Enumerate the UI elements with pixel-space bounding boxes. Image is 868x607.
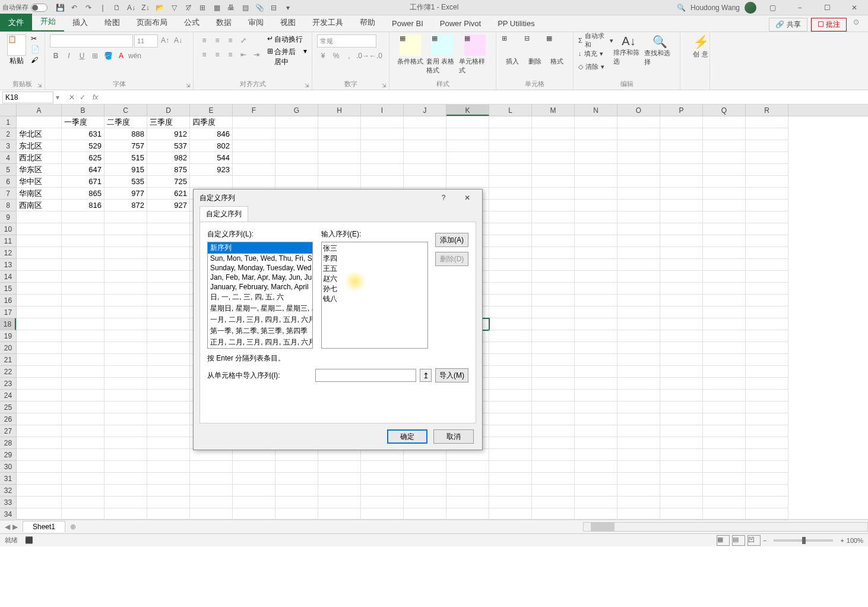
tab-view[interactable]: 视图 <box>272 14 304 31</box>
cell[interactable] <box>746 449 788 461</box>
cell[interactable] <box>62 342 104 354</box>
list-item[interactable]: 正月, 二月, 三月, 四月, 五月, 六月, <box>208 337 312 348</box>
col-header[interactable]: H <box>318 105 361 116</box>
font-color-icon[interactable]: A <box>115 50 127 62</box>
cell[interactable] <box>703 128 746 140</box>
cell[interactable] <box>446 164 489 176</box>
cell[interactable] <box>446 140 489 152</box>
cell[interactable] <box>575 366 617 378</box>
align-left-icon[interactable]: ≡ <box>198 49 210 61</box>
cell[interactable] <box>617 449 660 461</box>
cell[interactable] <box>660 425 703 437</box>
cell[interactable] <box>617 437 660 449</box>
cell[interactable] <box>446 116 489 128</box>
cell[interactable] <box>703 306 746 318</box>
tab-draw[interactable]: 绘图 <box>96 14 128 31</box>
cell[interactable] <box>660 164 703 176</box>
cell[interactable] <box>404 128 446 140</box>
cell[interactable] <box>532 437 575 449</box>
cell[interactable] <box>104 401 147 413</box>
cell[interactable] <box>104 318 147 330</box>
cell[interactable] <box>575 342 617 354</box>
row-header[interactable]: 20 <box>0 342 16 354</box>
cell[interactable] <box>703 318 746 330</box>
cell[interactable] <box>703 283 746 295</box>
cell[interactable] <box>318 449 361 461</box>
cell[interactable] <box>190 461 233 473</box>
cell[interactable] <box>147 449 190 461</box>
cell[interactable] <box>575 259 617 271</box>
cell[interactable] <box>575 425 617 437</box>
list-item[interactable]: 子, 丑, 寅, 卯, 辰, 巳, 午, 未, 申, 酉 <box>208 348 312 349</box>
cell[interactable] <box>703 473 746 485</box>
share-button[interactable]: 🔗 共享 <box>769 18 807 31</box>
cell[interactable] <box>361 164 404 176</box>
cell[interactable] <box>660 223 703 235</box>
cell[interactable]: 915 <box>104 164 147 176</box>
cell[interactable] <box>703 425 746 437</box>
cell[interactable] <box>703 247 746 259</box>
cell[interactable] <box>404 497 446 508</box>
row-header[interactable]: 14 <box>0 271 16 283</box>
cell[interactable]: 一季度 <box>62 116 104 128</box>
list-entries-textarea[interactable]: 张三李四王五赵六孙七钱八 <box>321 242 428 349</box>
cell[interactable]: 631 <box>62 128 104 140</box>
cell[interactable] <box>532 449 575 461</box>
cell[interactable] <box>660 318 703 330</box>
cell[interactable] <box>147 401 190 413</box>
paste-button[interactable]: 📋 粘贴 <box>5 34 28 66</box>
cell[interactable] <box>703 259 746 271</box>
list-item[interactable]: 第一季, 第二季, 第三季, 第四季 <box>208 325 312 337</box>
cell[interactable] <box>275 508 318 520</box>
cell[interactable] <box>446 128 489 140</box>
font-size-combo[interactable] <box>134 34 158 48</box>
cell[interactable] <box>617 211 660 223</box>
cell[interactable] <box>489 461 532 473</box>
cell[interactable] <box>575 330 617 342</box>
cell[interactable] <box>275 140 318 152</box>
cell[interactable]: 865 <box>62 188 104 200</box>
font-name-combo[interactable] <box>50 34 133 48</box>
cell[interactable] <box>617 485 660 497</box>
list-item[interactable]: 一月, 二月, 三月, 四月, 五月, 六月, <box>208 314 312 325</box>
cell[interactable] <box>660 354 703 366</box>
cell[interactable] <box>746 128 788 140</box>
cell[interactable] <box>104 508 147 520</box>
cell[interactable] <box>17 461 62 473</box>
cell[interactable] <box>17 211 62 223</box>
cell[interactable]: 东北区 <box>17 140 62 152</box>
cell[interactable] <box>660 378 703 390</box>
row-header[interactable]: 7 <box>0 188 16 200</box>
cell[interactable] <box>746 259 788 271</box>
cell[interactable] <box>660 306 703 318</box>
cell[interactable] <box>617 140 660 152</box>
cell[interactable] <box>660 485 703 497</box>
cell[interactable] <box>489 271 532 283</box>
cell[interactable] <box>617 318 660 330</box>
tab-page-layout[interactable]: 页面布局 <box>128 14 176 31</box>
cell[interactable] <box>62 295 104 306</box>
filter-icon[interactable]: ▽ <box>167 1 180 14</box>
cell[interactable] <box>17 378 62 390</box>
cancel-button[interactable]: 取消 <box>433 429 474 444</box>
cell[interactable] <box>17 235 62 247</box>
indent-inc-icon[interactable]: ⇥ <box>251 49 262 61</box>
cell[interactable] <box>489 437 532 449</box>
cell[interactable] <box>62 247 104 259</box>
cell[interactable] <box>489 354 532 366</box>
tab-next-icon[interactable]: ▶ <box>12 523 18 531</box>
cell[interactable] <box>17 306 62 318</box>
cell[interactable]: 二季度 <box>104 116 147 128</box>
cell[interactable] <box>746 390 788 401</box>
cell[interactable]: 977 <box>104 188 147 200</box>
row-header[interactable]: 9 <box>0 211 16 223</box>
cell[interactable] <box>746 295 788 306</box>
cell[interactable] <box>489 413 532 425</box>
list-item[interactable]: Sunday, Monday, Tuesday, Wed <box>208 263 312 273</box>
tab-insert[interactable]: 插入 <box>64 14 96 31</box>
attach-icon[interactable]: 📎 <box>253 1 266 14</box>
cell[interactable] <box>17 508 62 520</box>
cell[interactable] <box>147 211 190 223</box>
cell[interactable] <box>575 473 617 485</box>
cell[interactable] <box>703 140 746 152</box>
